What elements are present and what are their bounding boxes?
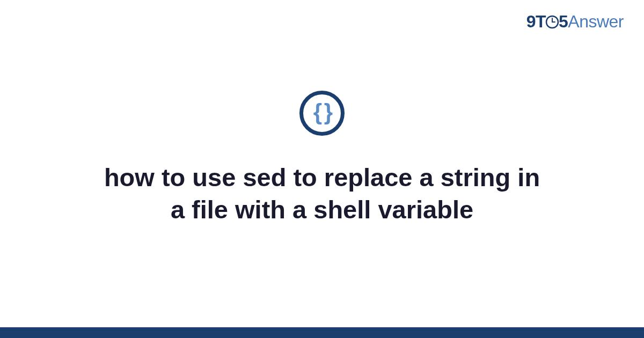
braces-glyph: { } xyxy=(313,99,331,125)
category-icon-container: { } xyxy=(299,91,345,136)
code-braces-icon: { } xyxy=(299,91,345,136)
question-title: how to use sed to replace a string in a … xyxy=(75,161,569,226)
main-content: { } how to use sed to replace a string i… xyxy=(0,0,644,338)
bottom-accent-bar xyxy=(0,327,644,338)
